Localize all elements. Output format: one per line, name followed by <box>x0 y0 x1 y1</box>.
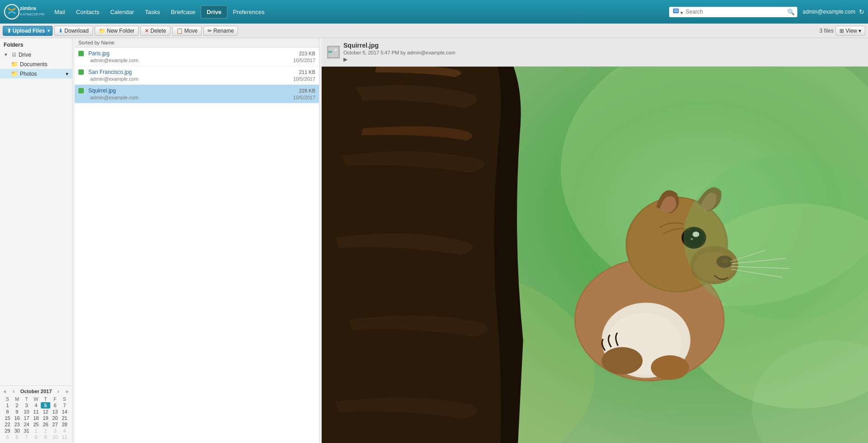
calendar-day[interactable]: 6 <box>12 434 22 440</box>
file-size: 228 KB <box>288 88 315 93</box>
nav-contacts[interactable]: Contacts <box>71 6 105 18</box>
calendar-day[interactable]: 21 <box>60 415 69 421</box>
calendar-day[interactable]: 6 <box>50 402 60 409</box>
calendar-day[interactable]: 26 <box>41 421 50 428</box>
cal-next-month[interactable]: › <box>57 389 60 394</box>
file-row-squirrel[interactable]: Squirrel.jpg 228 KB admin@example.com 10… <box>75 85 319 103</box>
delete-button[interactable]: ✕ Delete <box>140 26 170 36</box>
cal-prev-month[interactable]: ‹ <box>12 389 16 394</box>
calendar-day[interactable]: 20 <box>50 415 60 421</box>
top-navigation: zimbra A SYNACOR PRODUCT Mail Contacts C… <box>0 0 868 24</box>
view-button[interactable]: ⊞ View ▾ <box>835 26 865 36</box>
file-row-sanfrancisco[interactable]: San Francisco.jpg 211 KB admin@example.c… <box>75 66 319 85</box>
calendar-day[interactable]: 22 <box>3 421 12 428</box>
download-button[interactable]: ⬇ Download <box>54 26 92 36</box>
drive-folder-label: Drive <box>19 52 31 58</box>
calendar-day[interactable]: 23 <box>12 421 22 428</box>
file-name: Paris.jpg <box>88 50 285 57</box>
drive-expand-arrow: ▼ <box>4 52 8 57</box>
move-button[interactable]: 📋 Move <box>172 26 202 36</box>
calendar-day[interactable]: 3 <box>22 402 31 409</box>
calendar-day[interactable]: 12 <box>41 409 50 415</box>
calendar-day[interactable]: 1 <box>31 428 41 434</box>
calendar-day[interactable]: 9 <box>12 409 22 415</box>
nav-tasks[interactable]: Tasks <box>140 6 165 18</box>
calendar-day[interactable]: 5 <box>41 402 50 409</box>
calendar-day[interactable]: 14 <box>60 409 69 415</box>
refresh-button[interactable]: ↻ <box>859 8 864 15</box>
calendar-day[interactable]: 4 <box>31 402 41 409</box>
calendar-week-row: 1234567 <box>3 402 69 409</box>
svg-point-32 <box>651 355 689 380</box>
calendar-day[interactable]: 17 <box>22 415 31 421</box>
calendar-day[interactable]: 11 <box>60 434 69 440</box>
calendar-day[interactable]: 25 <box>31 421 41 428</box>
nav-mail[interactable]: Mail <box>49 6 71 18</box>
svg-point-31 <box>602 347 642 375</box>
cal-prev-year[interactable]: « <box>3 389 7 394</box>
calendar-day[interactable]: 27 <box>50 421 60 428</box>
calendar-day[interactable]: 7 <box>60 402 69 409</box>
toolbar: ⬆ Upload Files ▾ ⬇ Download 📁 New Folder… <box>0 24 868 38</box>
calendar-day[interactable]: 18 <box>31 415 41 421</box>
sidebar-item-documents[interactable]: 📁 Documents <box>0 59 72 69</box>
upload-dropdown-arrow[interactable]: ▾ <box>45 26 53 36</box>
sidebar: Folders ▼ 🖥 Drive 📁 Documents 📁 Photos ▾… <box>0 38 72 443</box>
file-size: 211 KB <box>288 69 315 75</box>
cal-day-header: M <box>12 396 22 402</box>
mini-calendar: « ‹ October 2017 › » SMTWTFS 12345678910… <box>0 385 72 443</box>
calendar-day[interactable]: 7 <box>22 434 31 440</box>
calendar-week-row: 22232425262728 <box>3 421 69 428</box>
cal-day-header: S <box>3 396 12 402</box>
calendar-day[interactable]: 16 <box>12 415 22 421</box>
calendar-day[interactable]: 31 <box>22 428 31 434</box>
calendar-day[interactable]: 9 <box>41 434 50 440</box>
download-icon: ⬇ <box>58 28 63 34</box>
cal-next-year[interactable]: » <box>65 389 69 394</box>
calendar-day[interactable]: 1 <box>3 402 12 409</box>
search-input[interactable] <box>686 9 786 15</box>
nav-calendar[interactable]: Calendar <box>105 6 140 18</box>
calendar-day[interactable]: 24 <box>22 421 31 428</box>
calendar-day[interactable]: 19 <box>41 415 50 421</box>
upload-files-button[interactable]: ⬆ Upload Files <box>3 26 45 36</box>
move-label: Move <box>184 28 198 34</box>
file-date: 10/5/2017 <box>293 58 315 63</box>
download-label: Download <box>64 28 88 34</box>
search-submit-button[interactable]: 🔍 <box>787 9 795 15</box>
calendar-day[interactable]: 4 <box>60 428 69 434</box>
new-folder-button[interactable]: 📁 New Folder <box>95 26 139 36</box>
preview-play-button[interactable]: ▶ <box>343 56 863 63</box>
sidebar-item-drive[interactable]: ▼ 🖥 Drive <box>0 50 72 59</box>
calendar-day[interactable]: 5 <box>3 434 12 440</box>
calendar-day[interactable]: 28 <box>60 421 69 428</box>
calendar-day[interactable]: 2 <box>12 402 22 409</box>
calendar-day[interactable]: 29 <box>3 428 12 434</box>
file-row-paris[interactable]: Paris.jpg 223 KB admin@example.com 10/5/… <box>75 48 319 66</box>
documents-folder-label: Documents <box>20 61 48 68</box>
photos-dropdown-arrow[interactable]: ▾ <box>66 71 68 77</box>
calendar-day[interactable]: 30 <box>12 428 22 434</box>
calendar-day[interactable]: 2 <box>41 428 50 434</box>
delete-icon: ✕ <box>145 28 149 34</box>
cal-day-header: W <box>31 396 41 402</box>
rename-button[interactable]: ✏ Rename <box>203 26 238 36</box>
main-content: Folders ▼ 🖥 Drive 📁 Documents 📁 Photos ▾… <box>0 38 868 443</box>
calendar-day[interactable]: 11 <box>31 409 41 415</box>
folders-header: Folders <box>0 38 72 50</box>
calendar-day[interactable]: 10 <box>22 409 31 415</box>
calendar-day[interactable]: 3 <box>50 428 60 434</box>
search-type-button[interactable]: ▾ <box>672 8 684 16</box>
calendar-body[interactable]: 1234567891011121314151617181920212223242… <box>3 402 69 440</box>
nav-briefcase[interactable]: Briefcase <box>165 6 201 18</box>
sidebar-item-photos[interactable]: 📁 Photos ▾ <box>0 69 72 78</box>
nav-drive[interactable]: Drive <box>201 5 227 19</box>
calendar-day[interactable]: 15 <box>3 415 12 421</box>
calendar-day[interactable]: 8 <box>3 409 12 415</box>
calendar-week-row: 15161718192021 <box>3 415 69 421</box>
zimbra-logo[interactable]: zimbra A SYNACOR PRODUCT <box>4 4 44 20</box>
nav-preferences[interactable]: Preferences <box>227 6 270 18</box>
calendar-day[interactable]: 10 <box>50 434 60 440</box>
calendar-day[interactable]: 8 <box>31 434 41 440</box>
calendar-day[interactable]: 13 <box>50 409 60 415</box>
